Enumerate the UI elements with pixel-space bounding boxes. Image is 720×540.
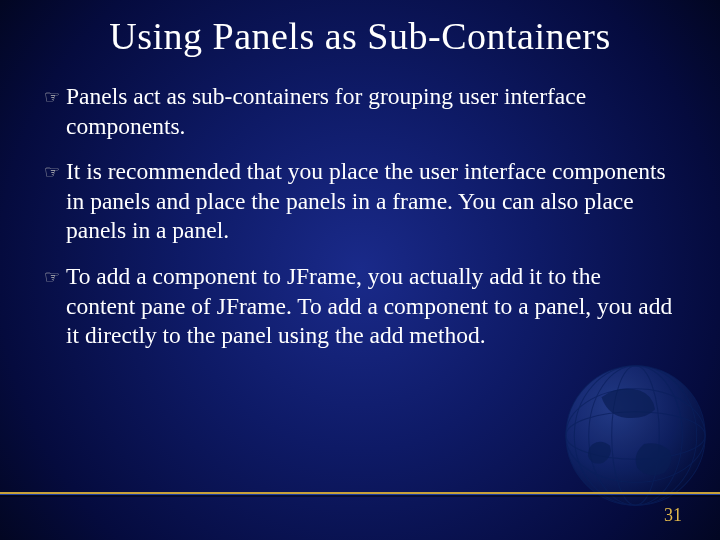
- bullet-text: To add a component to JFrame, you actual…: [66, 262, 674, 351]
- slide: Using Panels as Sub-Containers ☞ Panels …: [0, 0, 720, 540]
- svg-point-0: [566, 366, 705, 505]
- svg-point-1: [566, 366, 705, 505]
- svg-point-5: [589, 366, 683, 505]
- page-number: 31: [664, 505, 682, 526]
- bullet-item: ☞ It is recommended that you place the u…: [44, 157, 674, 246]
- slide-title: Using Panels as Sub-Containers: [0, 14, 720, 58]
- bullet-text: It is recommended that you place the use…: [66, 157, 674, 246]
- svg-point-4: [612, 366, 660, 505]
- globe-icon: [542, 342, 712, 512]
- pointing-hand-icon: ☞: [44, 82, 66, 112]
- svg-point-6: [574, 366, 696, 505]
- slide-body: ☞ Panels act as sub-containers for group…: [44, 82, 674, 367]
- pointing-hand-icon: ☞: [44, 262, 66, 292]
- pointing-hand-icon: ☞: [44, 157, 66, 187]
- bullet-item: ☞ To add a component to JFrame, you actu…: [44, 262, 674, 351]
- bullet-item: ☞ Panels act as sub-containers for group…: [44, 82, 674, 141]
- bullet-text: Panels act as sub-containers for groupin…: [66, 82, 674, 141]
- footer-divider: [0, 490, 720, 496]
- svg-point-2: [566, 412, 705, 460]
- svg-point-3: [566, 389, 705, 483]
